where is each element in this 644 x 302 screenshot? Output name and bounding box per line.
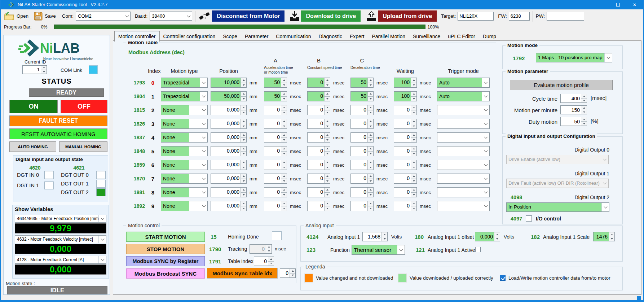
- spin-up-icon[interactable]: [368, 133, 373, 138]
- spin-up-icon[interactable]: [581, 117, 587, 122]
- stop-motion-button[interactable]: STOP MOTION: [126, 244, 205, 254]
- spinner[interactable]: [581, 106, 587, 114]
- spin-up-icon[interactable]: [411, 146, 416, 152]
- spin-down-icon[interactable]: [411, 165, 416, 170]
- spinner[interactable]: [241, 105, 246, 115]
- reset-automatic-homing-button[interactable]: RESET AUTOMATIC HOMING: [9, 128, 107, 139]
- spinner[interactable]: [241, 201, 246, 211]
- io-control-checkbox[interactable]: [526, 215, 532, 222]
- constant-speed-time-field[interactable]: 0: [307, 78, 330, 88]
- acceleration-time-field[interactable]: 0: [264, 119, 287, 129]
- spinner[interactable]: [241, 146, 246, 156]
- spin-up-icon[interactable]: [494, 232, 500, 237]
- spinner[interactable]: [367, 188, 373, 197]
- spin-up-icon[interactable]: [368, 92, 373, 97]
- trigger-mode-dropdown[interactable]: [437, 146, 490, 156]
- spinner[interactable]: [241, 174, 246, 183]
- deceleration-time-field[interactable]: 0: [350, 146, 374, 156]
- spin-up-icon[interactable]: [368, 201, 373, 206]
- on-button[interactable]: ON: [9, 100, 58, 113]
- spin-down-icon[interactable]: [368, 124, 373, 129]
- spinner[interactable]: [281, 119, 287, 128]
- spin-up-icon[interactable]: [411, 174, 416, 179]
- spinner[interactable]: [241, 188, 246, 197]
- spin-up-icon[interactable]: [241, 146, 246, 152]
- spin-down-icon[interactable]: [411, 124, 416, 129]
- manual-homing-button[interactable]: MANUAL HOMING: [59, 141, 107, 152]
- spin-down-icon[interactable]: [325, 152, 330, 156]
- spin-down-icon[interactable]: [241, 193, 246, 197]
- position-field[interactable]: 0,000: [211, 160, 247, 170]
- tab-parallel-motion[interactable]: Parallel Motion: [368, 32, 409, 41]
- constant-speed-time-field[interactable]: 0: [307, 174, 330, 184]
- motion-type-dropdown[interactable]: None: [161, 146, 208, 156]
- function-dropdown[interactable]: Thermal sensor: [352, 245, 405, 255]
- spinner[interactable]: [324, 92, 330, 101]
- close-button[interactable]: ✕: [626, 0, 643, 9]
- spin-down-icon[interactable]: [241, 83, 246, 88]
- spinner[interactable]: [367, 201, 373, 211]
- spinner[interactable]: [324, 201, 330, 211]
- motion-type-dropdown[interactable]: None: [161, 132, 208, 143]
- spinner[interactable]: [411, 174, 416, 183]
- constant-speed-time-field[interactable]: 0: [307, 146, 330, 156]
- start-motion-button[interactable]: START MOTION: [126, 232, 205, 242]
- deceleration-time-field[interactable]: 0: [350, 119, 374, 129]
- analog-input-1-scale-field[interactable]: 1476: [593, 232, 615, 241]
- spin-down-icon[interactable]: [411, 179, 416, 184]
- spinner[interactable]: [367, 119, 373, 128]
- deceleration-time-field[interactable]: 0: [350, 187, 374, 197]
- spin-up-icon[interactable]: [382, 232, 387, 237]
- spin-up-icon[interactable]: [325, 174, 330, 179]
- spin-down-icon[interactable]: [281, 206, 287, 211]
- constant-speed-time-field[interactable]: 0: [307, 119, 330, 129]
- spin-up-icon[interactable]: [368, 105, 373, 110]
- com-port-select[interactable]: COM2: [76, 12, 131, 21]
- spinner[interactable]: [324, 133, 330, 142]
- spinner[interactable]: [281, 133, 287, 142]
- tab-motion-controller[interactable]: Motion controller: [114, 31, 160, 41]
- spinner[interactable]: [411, 146, 416, 156]
- spin-up-icon[interactable]: [241, 160, 246, 165]
- spin-down-icon[interactable]: [411, 206, 416, 211]
- motion-type-dropdown[interactable]: None: [161, 105, 208, 115]
- spin-up-icon[interactable]: [325, 105, 330, 110]
- resize-grip-icon[interactable]: [637, 296, 641, 300]
- spin-down-icon[interactable]: [581, 122, 587, 126]
- auto-homing-button[interactable]: AUTO HOMING: [9, 141, 56, 152]
- motion-type-dropdown[interactable]: Trapezoidal: [161, 78, 208, 88]
- spinner[interactable]: [281, 78, 287, 87]
- sync-table-idx-field[interactable]: 0: [280, 268, 296, 278]
- spin-down-icon[interactable]: [241, 165, 246, 170]
- constant-speed-time-field[interactable]: 0: [307, 160, 330, 170]
- spin-down-icon[interactable]: [325, 179, 330, 184]
- spinner[interactable]: [581, 117, 587, 126]
- waiting-time-field[interactable]: 0: [394, 160, 417, 170]
- waiting-time-field[interactable]: 100: [394, 91, 417, 101]
- waiting-time-field[interactable]: 0: [394, 146, 417, 156]
- minimize-button[interactable]: [593, 0, 610, 9]
- spin-up-icon[interactable]: [281, 119, 287, 124]
- load-write-checkbox[interactable]: [500, 275, 506, 281]
- spinner[interactable]: [324, 105, 330, 115]
- modbus-broadcast-sync-button[interactable]: Modbus Brodcast SYNC: [126, 268, 205, 279]
- deceleration-time-field[interactable]: 0: [350, 201, 374, 211]
- evaluate-motion-profile-button[interactable]: Evaluate motion profile: [510, 80, 613, 90]
- trigger-mode-dropdown[interactable]: Auto: [437, 91, 490, 101]
- spin-down-icon[interactable]: [268, 262, 274, 266]
- spinner[interactable]: [281, 188, 287, 197]
- maximize-button[interactable]: [610, 0, 626, 9]
- spin-up-icon[interactable]: [411, 133, 416, 138]
- spin-down-icon[interactable]: [382, 237, 387, 241]
- spin-down-icon[interactable]: [41, 70, 47, 74]
- trigger-mode-dropdown[interactable]: [437, 119, 490, 129]
- spinner[interactable]: [367, 146, 373, 156]
- position-field[interactable]: 0,000: [211, 187, 247, 197]
- spin-down-icon[interactable]: [281, 83, 287, 88]
- spinner[interactable]: [281, 160, 287, 170]
- acceleration-time-field[interactable]: 50: [264, 78, 287, 88]
- spin-down-icon[interactable]: [325, 83, 330, 88]
- spin-up-icon[interactable]: [281, 105, 287, 110]
- spinner[interactable]: [268, 257, 274, 266]
- baud-select[interactable]: 38400: [150, 12, 192, 21]
